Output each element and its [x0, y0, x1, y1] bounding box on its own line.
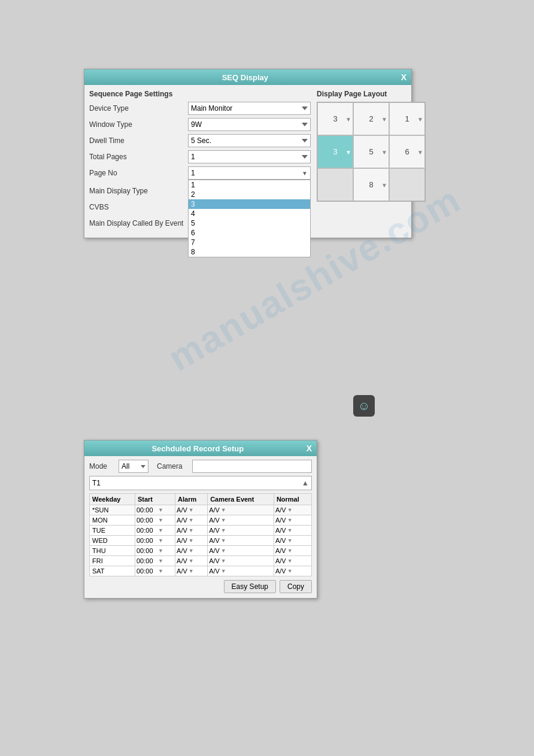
- sel-arrow-alarm-5[interactable]: ▼: [189, 558, 194, 564]
- sel-arrow-normal-4[interactable]: ▼: [287, 548, 293, 554]
- cell-dropdown-1-2[interactable]: ▼: [417, 148, 423, 155]
- window-type-select[interactable]: 9W 4W: [188, 118, 311, 131]
- cell-dropdown-1-0[interactable]: ▼: [345, 148, 351, 155]
- sched-start-1[interactable]: ▼: [135, 515, 175, 526]
- sched-normal-2[interactable]: A/V ▼: [274, 526, 311, 536]
- time-arrow-3[interactable]: ▼: [158, 538, 163, 544]
- sel-arrow-camera-event-4[interactable]: ▼: [221, 548, 226, 554]
- time-arrow-1[interactable]: ▼: [158, 517, 163, 523]
- time-input-3[interactable]: [136, 537, 157, 544]
- time-input-6[interactable]: [136, 567, 157, 575]
- page-no-option-5[interactable]: 5: [189, 218, 310, 228]
- sched-camera-event-2[interactable]: A/V ▼: [208, 526, 274, 536]
- sel-arrow-alarm-0[interactable]: ▼: [189, 507, 194, 513]
- sched-camera-event-0[interactable]: A/V ▼: [208, 505, 274, 515]
- t1-scroll-arrow[interactable]: ▲: [302, 479, 309, 487]
- sched-normal-1[interactable]: A/V ▼: [274, 515, 311, 526]
- layout-cell-0-0[interactable]: 3 ▼: [317, 102, 353, 135]
- sel-arrow-normal-1[interactable]: ▼: [287, 517, 293, 523]
- page-no-select[interactable]: 1 ▼: [188, 166, 311, 180]
- sel-arrow-normal-2[interactable]: ▼: [287, 527, 293, 533]
- page-no-option-7[interactable]: 7: [189, 238, 310, 247]
- dwell-time-select[interactable]: 5 Sec. 10 Sec.: [188, 134, 311, 147]
- sel-arrow-alarm-3[interactable]: ▼: [189, 538, 194, 544]
- sched-start-2[interactable]: ▼: [135, 526, 175, 536]
- sched-camera-event-1[interactable]: A/V ▼: [208, 515, 274, 526]
- sched-camera-event-5[interactable]: A/V ▼: [208, 556, 274, 566]
- layout-cell-2-1[interactable]: 8 ▼: [353, 168, 389, 201]
- sched-alarm-6[interactable]: A/V ▼: [175, 566, 208, 576]
- sel-arrow-alarm-6[interactable]: ▼: [189, 568, 194, 574]
- time-input-1[interactable]: [136, 517, 157, 524]
- sched-normal-5[interactable]: A/V ▼: [274, 556, 311, 566]
- page-no-option-1[interactable]: 1: [189, 180, 310, 190]
- sched-normal-3[interactable]: A/V ▼: [274, 536, 311, 546]
- page-no-option-8[interactable]: 8: [189, 247, 310, 257]
- window-type-row: Window Type 9W 4W: [89, 118, 311, 131]
- sched-normal-4[interactable]: A/V ▼: [274, 546, 311, 556]
- sel-arrow-normal-3[interactable]: ▼: [287, 538, 293, 544]
- sched-alarm-0[interactable]: A/V ▼: [175, 505, 208, 515]
- sel-arrow-camera-event-6[interactable]: ▼: [221, 568, 226, 574]
- layout-cell-1-0[interactable]: 3 ▼: [317, 135, 353, 168]
- sched-alarm-5[interactable]: A/V ▼: [175, 556, 208, 566]
- sel-arrow-alarm-1[interactable]: ▼: [189, 517, 194, 523]
- sched-start-4[interactable]: ▼: [135, 546, 175, 556]
- sched-start-5[interactable]: ▼: [135, 556, 175, 566]
- page-no-option-6[interactable]: 6: [189, 228, 310, 238]
- sched-alarm-2[interactable]: A/V ▼: [175, 526, 208, 536]
- page-no-option-2[interactable]: 2: [189, 190, 310, 199]
- layout-cell-0-2[interactable]: 1 ▼: [389, 102, 425, 135]
- copy-button[interactable]: Copy: [280, 580, 312, 593]
- sel-arrow-alarm-2[interactable]: ▼: [189, 527, 194, 533]
- sched-start-6[interactable]: ▼: [135, 566, 175, 576]
- mode-select[interactable]: All: [119, 460, 148, 473]
- sel-arrow-normal-0[interactable]: ▼: [287, 507, 293, 513]
- time-input-2[interactable]: [136, 527, 157, 534]
- sel-arrow-alarm-4[interactable]: ▼: [189, 548, 194, 554]
- cell-dropdown-0-2[interactable]: ▼: [417, 116, 423, 122]
- sched-camera-event-4[interactable]: A/V ▼: [208, 546, 274, 556]
- sched-normal-6[interactable]: A/V ▼: [274, 566, 311, 576]
- time-input-5[interactable]: [136, 557, 157, 564]
- sel-arrow-camera-event-1[interactable]: ▼: [221, 517, 226, 523]
- layout-cell-0-1[interactable]: 2 ▼: [353, 102, 389, 135]
- cell-dropdown-0-1[interactable]: ▼: [381, 116, 387, 122]
- sched-alarm-1[interactable]: A/V ▼: [175, 515, 208, 526]
- sel-arrow-camera-event-3[interactable]: ▼: [221, 538, 226, 544]
- time-arrow-4[interactable]: ▼: [158, 548, 163, 554]
- sched-camera-event-3[interactable]: A/V ▼: [208, 536, 274, 546]
- sel-arrow-normal-5[interactable]: ▼: [287, 558, 293, 564]
- page-no-dropdown-list[interactable]: 1 2 3 4 5 6 7 8: [188, 180, 311, 257]
- smiley-icon[interactable]: ☺: [353, 395, 375, 417]
- sched-alarm-3[interactable]: A/V ▼: [175, 536, 208, 546]
- time-arrow-5[interactable]: ▼: [158, 558, 163, 564]
- layout-cell-1-1[interactable]: 5 ▼: [353, 135, 389, 168]
- time-arrow-2[interactable]: ▼: [158, 527, 163, 533]
- sched-alarm-4[interactable]: A/V ▼: [175, 546, 208, 556]
- page-no-option-4[interactable]: 4: [189, 209, 310, 218]
- sel-arrow-camera-event-5[interactable]: ▼: [221, 558, 226, 564]
- time-input-4[interactable]: [136, 547, 157, 554]
- sched-camera-event-6[interactable]: A/V ▼: [208, 566, 274, 576]
- sel-arrow-camera-event-0[interactable]: ▼: [221, 507, 226, 513]
- sched-close-button[interactable]: X: [307, 444, 312, 453]
- sel-arrow-camera-event-2[interactable]: ▼: [221, 527, 226, 533]
- sched-start-0[interactable]: ▼: [135, 505, 175, 515]
- total-pages-select[interactable]: 1 2: [188, 150, 311, 163]
- time-arrow-0[interactable]: ▼: [158, 507, 163, 513]
- time-input-0[interactable]: [136, 506, 157, 514]
- cell-dropdown-1-1[interactable]: ▼: [381, 148, 387, 155]
- sched-normal-0[interactable]: A/V ▼: [274, 505, 311, 515]
- sel-arrow-normal-6[interactable]: ▼: [287, 568, 293, 574]
- device-type-select[interactable]: Main Monitor Sub Monitor: [188, 102, 311, 115]
- time-arrow-6[interactable]: ▼: [158, 568, 163, 574]
- seq-close-button[interactable]: X: [401, 72, 406, 82]
- camera-input[interactable]: [192, 460, 312, 473]
- sched-start-3[interactable]: ▼: [135, 536, 175, 546]
- cell-dropdown-0-0[interactable]: ▼: [345, 116, 351, 122]
- layout-cell-1-2[interactable]: 6 ▼: [389, 135, 425, 168]
- cell-dropdown-2-1[interactable]: ▼: [381, 181, 387, 188]
- page-no-option-3[interactable]: 3: [189, 199, 310, 209]
- easy-setup-button[interactable]: Easy Setup: [224, 580, 276, 593]
